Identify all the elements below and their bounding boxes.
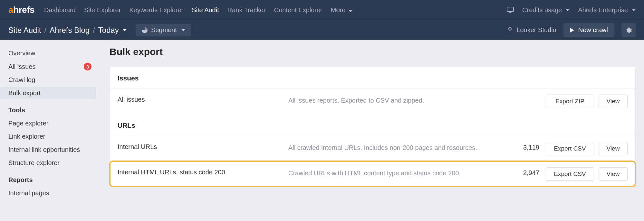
segment-button[interactable]: Segment	[136, 24, 191, 36]
play-icon	[570, 28, 574, 33]
sub-nav: Site Audit / Ahrefs Blog / Today Segment…	[0, 20, 644, 40]
sidebar-item-label: Internal pages	[8, 189, 49, 197]
sidebar-item-label: Internal link opportunities	[8, 146, 80, 153]
section-header-urls: URLs	[110, 114, 635, 136]
logo-rest: hrefs	[13, 5, 34, 15]
account-label: Ahrefs Enterprise	[578, 6, 628, 14]
row-actions: Export ZIP View	[546, 95, 628, 108]
looker-studio-icon	[507, 27, 513, 33]
sidebar: Overview All issues 3 Crawl log Bulk exp…	[0, 40, 100, 207]
layout: Overview All issues 3 Crawl log Bulk exp…	[0, 40, 644, 207]
main-content: Bulk export Issues All issues All issues…	[100, 40, 644, 207]
row-actions: Export CSV View	[546, 142, 628, 155]
row-desc: All issues reports. Exported to CSV and …	[288, 95, 510, 105]
nav-dashboard[interactable]: Dashboard	[44, 6, 76, 14]
export-csv-button[interactable]: Export CSV	[546, 142, 594, 155]
nav-keywords-explorer[interactable]: Keywords Explorer	[129, 6, 183, 14]
display-icon-button[interactable]	[507, 7, 514, 13]
row-internal-urls: Internal URLs All crawled internal URLs.…	[110, 136, 635, 161]
issues-badge: 3	[84, 63, 91, 70]
sidebar-item-all-issues[interactable]: All issues 3	[0, 60, 96, 73]
nav-more[interactable]: More	[331, 6, 352, 14]
breadcrumb-date-label: Today	[98, 26, 119, 35]
sidebar-item-bulk-export[interactable]: Bulk export	[0, 87, 96, 99]
logo-letter-a: a	[8, 5, 13, 15]
account-dropdown[interactable]: Ahrefs Enterprise	[578, 6, 636, 14]
sidebar-item-overview[interactable]: Overview	[0, 47, 96, 60]
sidebar-item-link-explorer[interactable]: Link explorer	[0, 130, 96, 143]
view-button[interactable]: View	[599, 142, 628, 155]
row-name: Internal URLs	[118, 142, 288, 151]
nav-more-label: More	[331, 6, 346, 14]
segment-label: Segment	[151, 26, 177, 34]
page-title: Bulk export	[110, 46, 636, 57]
chevron-down-icon	[566, 9, 570, 11]
gear-icon	[625, 27, 632, 34]
breadcrumb-separator: /	[44, 26, 46, 35]
chevron-down-icon	[349, 10, 352, 12]
section-header-issues: Issues	[110, 67, 635, 88]
svg-point-3	[510, 28, 511, 29]
nav-site-audit[interactable]: Site Audit	[192, 6, 219, 14]
display-icon	[507, 7, 514, 13]
row-desc: All crawled internal URLs. Includes non-…	[288, 142, 510, 152]
nav-right: Credits usage Ahrefs Enterprise	[507, 6, 636, 14]
looker-studio-label: Looker Studio	[516, 26, 556, 34]
row-count	[510, 95, 546, 97]
sidebar-item-structure-explorer[interactable]: Structure explorer	[0, 157, 96, 169]
view-button[interactable]: View	[599, 167, 628, 181]
nav-content-explorer[interactable]: Content Explorer	[274, 6, 322, 14]
svg-rect-0	[507, 7, 514, 12]
chevron-down-icon	[123, 29, 127, 31]
breadcrumb-date-dropdown[interactable]: Today	[98, 26, 127, 35]
svg-rect-1	[509, 12, 511, 13]
chevron-down-icon	[181, 29, 185, 31]
breadcrumb-root[interactable]: Site Audit	[8, 26, 41, 35]
export-csv-button[interactable]: Export CSV	[546, 167, 594, 181]
sidebar-item-internal-pages[interactable]: Internal pages	[0, 187, 96, 199]
row-all-issues: All issues All issues reports. Exported …	[110, 88, 635, 114]
credits-usage-dropdown[interactable]: Credits usage	[522, 6, 570, 14]
row-desc: Crawled URLs with HTML content type and …	[288, 167, 510, 178]
sidebar-heading-reports: Reports	[0, 170, 96, 186]
row-count: 3,119	[510, 142, 546, 151]
logo[interactable]: ahrefs	[8, 5, 34, 15]
sidebar-item-page-explorer[interactable]: Page explorer	[0, 117, 96, 130]
new-crawl-button[interactable]: New crawl	[563, 23, 614, 37]
nav-items: Dashboard Site Explorer Keywords Explore…	[44, 6, 507, 14]
view-button[interactable]: View	[599, 95, 628, 108]
sidebar-item-internal-link-opportunities[interactable]: Internal link opportunities	[0, 143, 96, 156]
settings-button[interactable]	[621, 23, 636, 37]
export-zip-button[interactable]: Export ZIP	[546, 95, 594, 108]
breadcrumb-separator: /	[93, 26, 95, 35]
nav-rank-tracker[interactable]: Rank Tracker	[227, 6, 266, 14]
top-nav: ahrefs Dashboard Site Explorer Keywords …	[0, 0, 644, 20]
sidebar-item-label: Bulk export	[8, 89, 41, 97]
row-actions: Export CSV View	[546, 167, 628, 181]
looker-studio-link[interactable]: Looker Studio	[507, 26, 556, 34]
chevron-down-icon	[632, 9, 636, 11]
sidebar-heading-tools: Tools	[0, 100, 96, 116]
sidebar-item-label: All issues	[8, 63, 35, 70]
breadcrumb-project[interactable]: Ahrefs Blog	[50, 26, 90, 35]
credits-usage-label: Credits usage	[522, 6, 562, 14]
sidebar-item-label: Crawl log	[8, 76, 35, 84]
pie-chart-icon	[141, 27, 148, 33]
row-name: Internal HTML URLs, status code 200	[118, 167, 288, 176]
subnav-right: Looker Studio New crawl	[507, 23, 636, 37]
sidebar-item-crawl-log[interactable]: Crawl log	[0, 74, 96, 86]
row-count: 2,947	[510, 167, 546, 177]
sidebar-item-label: Overview	[8, 50, 35, 57]
new-crawl-label: New crawl	[578, 26, 608, 34]
sidebar-item-label: Page explorer	[8, 120, 49, 127]
bulk-export-card: Issues All issues All issues reports. Ex…	[110, 66, 636, 187]
row-internal-html-urls-200: Internal HTML URLs, status code 200 Craw…	[110, 161, 635, 187]
sidebar-item-label: Link explorer	[8, 133, 45, 140]
nav-site-explorer[interactable]: Site Explorer	[84, 6, 121, 14]
sidebar-item-label: Structure explorer	[8, 159, 60, 167]
row-name: All issues	[118, 95, 288, 103]
breadcrumb: Site Audit / Ahrefs Blog / Today	[8, 26, 127, 35]
